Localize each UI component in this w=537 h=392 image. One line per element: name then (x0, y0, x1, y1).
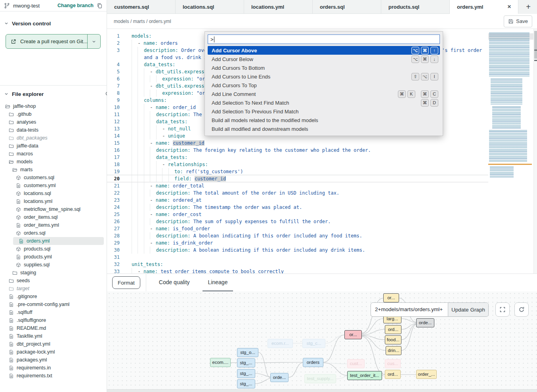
new-tab-button[interactable]: + (520, 2, 537, 12)
lineage-node[interactable]: ecom.... (210, 358, 231, 367)
change-branch-link[interactable]: Change branch (57, 3, 94, 8)
tree-item-staging[interactable]: staging (0, 269, 107, 277)
pr-dropdown-toggle[interactable] (87, 34, 100, 48)
tab-orders-sql[interactable]: orders.sql (313, 0, 381, 14)
command-item[interactable]: Add Cursors to Line Ends⇧⌥I (208, 72, 440, 81)
tree-item-macros[interactable]: macros (0, 150, 107, 158)
lineage-node[interactable]: stg_o... (237, 348, 258, 357)
tree-item-order-items-sql[interactable]: order_items.sql (0, 213, 107, 221)
tree-item-requirements-in[interactable]: requirements.in (0, 364, 107, 372)
tree-item-taskfile-yml[interactable]: Taskfile.yml (0, 332, 107, 340)
command-item[interactable]: Build all models related to the modified… (208, 116, 440, 124)
tree-item-locations-sql[interactable]: locations.sql (0, 189, 107, 197)
editor-scrollbar[interactable] (533, 29, 537, 273)
tree-item--gitignore[interactable]: .gitignore (0, 293, 107, 300)
code-line-29: 29- name: is_drink_order (107, 239, 488, 247)
update-graph-button[interactable]: Update Graph (448, 303, 488, 316)
tree-item-customers-yml[interactable]: customers.yml (0, 182, 107, 189)
close-tab-icon[interactable]: ✕ (506, 3, 512, 10)
tree-item-target[interactable]: target (0, 285, 107, 293)
tree-item-marts[interactable]: marts (0, 166, 107, 174)
command-item[interactable]: Add Cursors To Bottom (208, 63, 440, 72)
tab-orders-yml[interactable]: orders.yml✕ (450, 0, 518, 14)
lineage-node[interactable]: orde... (270, 373, 289, 382)
lineage-node[interactable]: test_order_it... (347, 371, 382, 380)
command-item[interactable]: Add Selection To Next Find Match⌘D (208, 98, 440, 107)
tree-item-seeds[interactable]: seeds (0, 277, 107, 285)
editor-minimap[interactable] (488, 32, 533, 179)
lineage-node[interactable]: stg_... (237, 369, 255, 378)
lineage-node[interactable]: orde... (416, 318, 434, 327)
tree-item--pre-commit-config-yaml[interactable]: .pre-commit-config.yaml (0, 300, 107, 308)
lineage-node[interactable]: or... (344, 330, 362, 339)
lineage-node[interactable]: drin... (386, 346, 401, 355)
lineage-node[interactable]: cust... (347, 359, 365, 368)
lineage-graph[interactable]: ecom.r...stg_c...ecom....stg_o...stg_...… (107, 291, 537, 389)
tab-locations-yml[interactable]: locations.yml (244, 0, 313, 14)
lineage-node[interactable]: cus... (385, 359, 401, 368)
code-text: data_tests: (124, 118, 187, 125)
command-item[interactable]: Add Line Comment⌘K⌘C (208, 90, 440, 98)
panel-tab-code-quality[interactable]: Code quality (153, 274, 195, 292)
panel-tab-lineage[interactable]: Lineage (203, 274, 233, 292)
tree-item-dbt-project-yml[interactable]: dbt_project.yml (0, 340, 107, 348)
tree-item-data-tests[interactable]: data-tests (0, 126, 107, 134)
tree-item-metricflow-time-spine-sql[interactable]: metricflow_time_spine.sql (0, 205, 107, 213)
command-item[interactable]: Add Cursors To Top (208, 81, 440, 90)
tree-item--github[interactable]: .github (0, 110, 107, 118)
tree-item-orders-yml[interactable]: orders.yml (13, 237, 104, 245)
tree-item-supplies-sql[interactable]: supplies.sql (0, 261, 107, 269)
tab-locations-sql[interactable]: locations.sql (176, 0, 244, 14)
tab-products-sql[interactable]: products.sql (381, 0, 450, 14)
refresh-button[interactable] (514, 302, 529, 317)
version-control-header[interactable]: Version control (0, 17, 115, 29)
tree-item-jaffle-shop[interactable]: jaffle-shop (0, 102, 107, 110)
tree-item-readme-md[interactable]: README.md (0, 324, 107, 332)
tree-item-orders-sql[interactable]: orders.sql (0, 229, 107, 237)
tree-item-requirements-txt[interactable]: requirements.txt (0, 372, 107, 380)
tab-customers-sql[interactable]: customers.sql (107, 0, 176, 14)
tree-item-locations-yml[interactable]: locations.yml (0, 197, 107, 205)
lineage-node[interactable]: food... (385, 335, 401, 344)
horizontal-scrollbar[interactable] (107, 389, 537, 392)
lineage-node[interactable]: stg_... (237, 379, 255, 388)
tree-item-order-items-yml[interactable]: order_items.yml (0, 221, 107, 229)
tree-item--sqlfluff[interactable]: .sqlfluff (0, 308, 107, 316)
lineage-node[interactable]: test_supply... (304, 374, 336, 383)
tree-item-products-yml[interactable]: products.yml (0, 253, 107, 261)
code-text: models: (124, 33, 152, 40)
tree-item-customers-sql[interactable]: customers.sql (0, 174, 107, 182)
tree-item-jaffle-data[interactable]: jaffle-data (0, 142, 107, 150)
tree-item-models[interactable]: models (0, 158, 107, 166)
lineage-node[interactable]: stg_c... (302, 339, 325, 348)
fullscreen-button[interactable] (495, 302, 510, 317)
command-item[interactable]: Add Cursor Above⌥⌘↑ (208, 46, 440, 55)
folder-icon (9, 128, 14, 133)
lineage-node[interactable]: orders (303, 358, 323, 367)
lineage-node[interactable]: ecom.r... (268, 339, 293, 348)
file-explorer-header[interactable]: File explorer (0, 88, 115, 100)
command-item[interactable]: Add Selection To Previous Find Match (208, 107, 440, 116)
code-text: description: The timestamp the order was… (124, 204, 302, 211)
command-item[interactable]: Build all modified and downstream models (208, 124, 440, 133)
lineage-node[interactable]: order_... (416, 370, 437, 379)
lineage-node[interactable]: ord... (385, 325, 401, 334)
copy-icon[interactable] (97, 3, 103, 9)
tree-item-products-sql[interactable]: products.sql (0, 245, 107, 253)
save-button[interactable]: Save (504, 15, 532, 27)
tree-item-package-lock-yml[interactable]: package-lock.yml (0, 348, 107, 356)
command-palette-input[interactable]: > (208, 34, 440, 44)
scrollbar-thumb[interactable] (534, 31, 537, 59)
tree-item-dbt-packages[interactable]: dbt_packages (0, 134, 107, 142)
create-pull-request-button[interactable]: Create a pull request on Git... (6, 34, 101, 49)
tree-item-analyses[interactable]: analyses (0, 118, 107, 126)
lineage-node[interactable]: ord... (385, 370, 401, 379)
minimap-viewport[interactable] (488, 33, 533, 40)
lineage-filter-input[interactable]: 2+models/marts/orders.yml+ (371, 303, 448, 316)
command-item[interactable]: Add Cursor Below⌥⌘↓ (208, 55, 440, 63)
format-button[interactable]: Format (112, 276, 140, 289)
tree-item-packages-yml[interactable]: packages.yml (0, 356, 107, 364)
lineage-node[interactable]: stg_... (237, 358, 255, 367)
tree-item--sqlfluffignore[interactable]: .sqlfluffignore (0, 316, 107, 324)
lineage-node[interactable]: or... (383, 293, 399, 302)
